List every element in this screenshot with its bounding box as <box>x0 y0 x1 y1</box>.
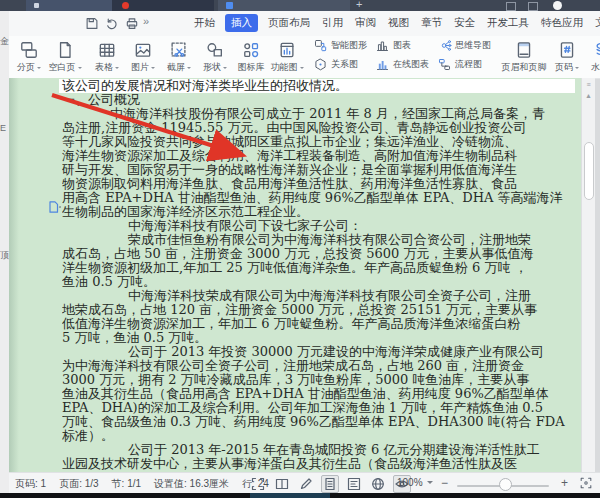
toolbar-button-label: 关系图 <box>331 58 358 71</box>
toolbar-group: 页眉和页脚页码水印 <box>497 36 600 78</box>
zoom-out-button[interactable]: − <box>441 476 448 490</box>
relation-graph-icon <box>313 57 328 72</box>
toolbar-button-关系图[interactable]: 关系图 <box>311 57 369 72</box>
window-minimize-icon[interactable] <box>506 2 516 11</box>
zoom-level[interactable]: 100% <box>397 477 433 488</box>
document-line[interactable]: 公司于 2013 年投资 30000 万元建设的中海海洋荣成健康产业有限公司 <box>62 345 575 359</box>
document-line[interactable]: 为中海海洋科技有限公司全资子公司，注册地荣成石岛，占地 260 亩，注册资金 <box>62 359 575 373</box>
document-line[interactable]: 该公司的发展情况和对海洋类毕业生的招收情况。 <box>59 79 575 93</box>
toolbar-button-页码[interactable]: 页码 <box>549 39 585 74</box>
view-switcher <box>249 475 411 493</box>
toolbar-button-图表[interactable]: 图表 <box>373 38 431 53</box>
document-line[interactable]: 万吨、食品级鱼油 0.3 万吨、药用纯度 96%乙酯型单体 EPA、DHA300… <box>62 415 575 429</box>
toolbar-button-label: 流程图 <box>455 58 482 71</box>
document-line[interactable]: 中海海洋科技股份有限公司成立于 2011 年 8 月，经国家工商总局备案，青 <box>62 107 575 121</box>
document-line[interactable]: 洋生物资源初级加工,年加工 25 万吨低值海洋杂鱼。年产高品质鳀鱼粉 6 万吨 … <box>62 261 575 275</box>
document-text[interactable]: 该公司的发展情况和对海洋类毕业生的招收情况。一、公司概况中海海洋科技股份有限公司… <box>62 79 575 471</box>
document-line[interactable]: 标准）。 <box>62 429 575 443</box>
shape-icon <box>205 40 225 60</box>
toolbar-button-智能图形[interactable]: 智能图形 <box>311 38 369 53</box>
toolbar-button-流程图[interactable]: 流程图 <box>435 57 493 72</box>
read-layout-button[interactable] <box>273 475 291 493</box>
document-line[interactable]: 海洋生物资源深加工及综合利用、海洋工程装备制造、高附加值海洋生物制品科 <box>62 149 575 163</box>
document-line[interactable]: 地荣成石岛，占地 120 亩，注册资金 5000 万元，总投资 25151 万元… <box>62 303 575 317</box>
document-line[interactable]: 岛注册,注册资金 11945.55 万元。由中国风险投资公司、青岛静远创业投资公… <box>62 121 575 135</box>
wps-writer-window: + 金E顶 文件 » 开始插入页面布局引用审阅视图章节安全开发工具特色应用文档助… <box>0 0 600 498</box>
toolbar-button-label: 水印 <box>591 61 600 74</box>
document-line[interactable]: EPA、DHA)的深加工及综合利用。公司年加工深海鱼油 1 万吨，年产精炼鱼油 … <box>62 401 575 415</box>
document-line[interactable]: 公司于 2013 年-2015 年在青岛城阳投资 6 亿元分期建设海洋活性肽工 <box>62 443 575 457</box>
avatar[interactable] <box>553 1 562 10</box>
document-line[interactable]: 业园及技术研发中心，主要从事海洋蛋白及其衍生品（食品级海洋鱼活性肽及医 <box>62 457 575 471</box>
toolbar-button-label: 智能图形 <box>331 39 367 52</box>
zoom-caret-icon <box>427 481 433 487</box>
page-view-button[interactable] <box>321 475 339 493</box>
scrollbar-up-icon[interactable]: ▲ <box>583 91 594 100</box>
window-tab-wps[interactable] <box>112 0 214 11</box>
toolbar-button-label: 表格 <box>95 61 119 74</box>
vertical-scrollbar[interactable]: ≡ ▲ <box>581 78 595 472</box>
document-line[interactable]: 鱼油及其衍生品（食品用高含 EPA+DHA 甘油酯型鱼油、药用纯度 96%乙酯型… <box>62 387 575 401</box>
zoom-value: 100% <box>397 477 423 488</box>
wps-logo-icon <box>122 2 129 9</box>
toolbar-button-在线图表[interactable]: 在线图表 <box>373 57 431 72</box>
document-line[interactable]: 研与开发、国际贸易于一身的战略性海洋新兴企业；是全面掌握利用低值海洋生 <box>62 163 575 177</box>
document-line[interactable]: 5 万吨，鱼油 0.5 万吨。 <box>62 331 575 345</box>
toolbar-button-截屏[interactable]: 截屏 <box>161 39 197 74</box>
statusbar-item[interactable]: 节: 1/1 <box>112 477 141 491</box>
toolbar-button-功能图[interactable]: 功能图 <box>269 39 305 74</box>
document-line[interactable]: 低值海洋生物资源深加工，年加工 6 万吨鳀鱼粉。年产高品质海洋鱼浓缩蛋白粉 <box>62 317 575 331</box>
toolbar-button-图标库[interactable]: 图标库 <box>233 39 269 74</box>
page-break-icon <box>19 40 39 60</box>
page-edge-shadow <box>9 78 19 472</box>
window-tab[interactable] <box>26 0 112 11</box>
statusbar-item[interactable]: 设置值: 16.3厘米 <box>154 477 229 491</box>
toolbar-button-页眉和页脚[interactable]: 页眉和页脚 <box>499 39 549 74</box>
toolbar-button-思维导图[interactable]: 思维导图 <box>435 38 493 53</box>
document-line[interactable]: 生物制品的国家海洋经济区示范工程企业。 <box>62 205 575 219</box>
document-line[interactable]: 一、公司概况 <box>62 93 575 107</box>
new-tab-button[interactable]: + <box>356 0 362 10</box>
toolbar-button-空白页[interactable]: 空白页 <box>47 39 83 74</box>
outline-view-button[interactable] <box>345 475 363 493</box>
document-tab[interactable] <box>218 0 350 11</box>
toolbar-button-水印[interactable]: 水印 <box>585 39 600 74</box>
document-line[interactable]: 用高含 EPA+DHA 甘油酯型鱼油、药用纯度 96%乙酯型单体 EPA、DHA… <box>62 191 575 205</box>
background-text-fragment: 金 <box>0 35 9 48</box>
toolbar-button-分页[interactable]: 分页 <box>11 39 47 74</box>
document-line[interactable]: 等十几家风险投资共同参与的城阳区重点拟上市企业；集远洋渔业、冷链物流、 <box>62 135 575 149</box>
document-line[interactable]: 荣成市佳恒鱼粉有限公司为中海海洋科技有限公司合资公司，注册地荣 <box>62 233 575 247</box>
toolbar-button-label: 空白页 <box>49 61 82 74</box>
zoom-slider-knob[interactable] <box>499 478 512 491</box>
web-view-button[interactable] <box>369 475 387 493</box>
statusbar-item[interactable]: 页码: 1 <box>15 477 46 491</box>
document-line[interactable]: 成石岛，占地 50 亩，注册资金 3000 万元，总投资 5600 万元，主要从… <box>62 247 575 261</box>
pen-mode-button[interactable] <box>297 475 315 493</box>
document-line[interactable]: 鱼油 0.5 万吨。 <box>62 275 575 289</box>
document-line[interactable]: 物资源制取饲料用海洋鱼肽、食品用海洋鱼活性肽、药用海洋鱼活性寡肽、食品 <box>62 177 575 191</box>
zoom-in-button[interactable]: + <box>561 476 568 490</box>
window-restore-icon[interactable] <box>528 2 538 11</box>
fullscreen-button[interactable] <box>249 475 267 493</box>
document-line[interactable]: 中海海洋科技荣成有限公司为中海海洋科技有限公司全资子公司，注册 <box>62 289 575 303</box>
fit-page-button[interactable] <box>579 476 593 490</box>
ribbon-tab-文档助手[interactable]: 文档助手 <box>593 14 600 32</box>
document-canvas[interactable]: 该公司的发展情况和对海洋类毕业生的招收情况。一、公司概况中海海洋科技股份有限公司… <box>9 78 581 472</box>
toolbar-button-label: 截屏 <box>167 61 191 74</box>
statusbar-info: 页码: 1页面: 1/3节: 1/1设置值: 16.3厘米行: 24 <box>15 477 269 491</box>
taskbar-sliver <box>0 493 600 498</box>
toolbar-button-label: 思维导图 <box>455 39 491 52</box>
margin-note-icon[interactable] <box>47 200 61 214</box>
ribbon-toolbar: 分页空白页表格图片截屏形状图标库功能图智能图形关系图图表在线图表思维导图流程图页… <box>9 36 600 79</box>
toolbar-button-label: 分页 <box>17 61 41 74</box>
toolbar-button-表格[interactable]: 表格 <box>89 39 125 74</box>
page-number-icon <box>557 40 577 60</box>
document-line[interactable]: 中海海洋科技有限公司下设七家子公司： <box>62 219 575 233</box>
document-line[interactable]: 3000 万元，拥有 2 万吨冷藏成品库，3 万吨鱼粉库，5000 吨鱼油库，主… <box>62 373 575 387</box>
scrollbar-ruler-icon[interactable]: ≡ <box>583 80 594 89</box>
scrollbar-thumb[interactable] <box>584 142 594 200</box>
background-text-fragment: E <box>0 123 6 133</box>
toolbar-button-形状[interactable]: 形状 <box>197 39 233 74</box>
toolbar-button-图片[interactable]: 图片 <box>125 39 161 74</box>
statusbar-item[interactable]: 页面: 1/3 <box>59 477 98 491</box>
